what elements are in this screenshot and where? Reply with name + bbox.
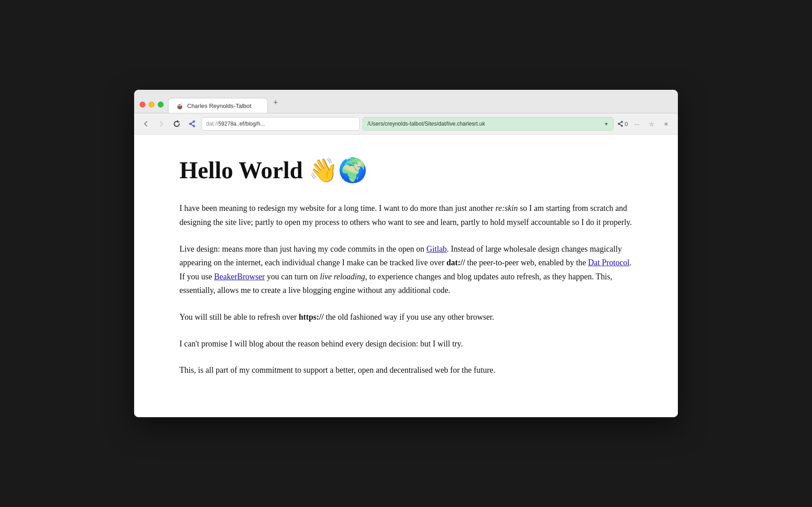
beaker-browser-link[interactable]: BeakerBrowser <box>214 272 265 281</box>
svg-line-9 <box>619 124 621 126</box>
browser-window: 🧉 Charles Reynolds-Talbot + <box>134 90 678 417</box>
tab-favicon: 🧉 <box>176 102 184 109</box>
paragraph-2: Live design: means more than just having… <box>179 242 633 297</box>
traffic-lights <box>140 102 164 113</box>
nav-bar: dat://59278a..ef/blog/h... /Users/creyno… <box>134 113 678 135</box>
forward-button[interactable] <box>155 117 168 130</box>
dat-protocol-link[interactable]: Dat Protocol <box>588 258 630 267</box>
back-button[interactable] <box>140 117 152 130</box>
svg-line-4 <box>191 124 193 126</box>
maximize-button[interactable] <box>158 102 164 107</box>
url-bar[interactable]: dat://59278a..ef/blog/h... <box>201 117 360 131</box>
share-count-button[interactable]: 0 <box>616 117 629 130</box>
paragraph-1: I have been meaning to redesign my websi… <box>179 201 633 229</box>
gitlab-link[interactable]: Gitlab <box>426 244 447 253</box>
dat-path-dropdown-icon[interactable]: ▼ <box>604 122 609 127</box>
svg-line-3 <box>191 122 193 123</box>
share-count-label: 0 <box>624 121 628 127</box>
share-icon[interactable] <box>186 117 198 130</box>
page-content: Hello World 👋🌍 I have been meaning to re… <box>134 135 678 417</box>
new-tab-button[interactable]: + <box>268 94 284 112</box>
nav-right: 0 ··· ☆ ≡ <box>616 117 672 130</box>
dat-path-bar[interactable]: /Users/creynolds-talbot/Sites/dat/live.c… <box>362 117 614 131</box>
more-button[interactable]: ··· <box>631 117 643 130</box>
title-bar: 🧉 Charles Reynolds-Talbot + <box>134 90 678 113</box>
paragraph-4: I can't promise I will blog about the re… <box>179 337 633 351</box>
paragraph-5: This, is all part of my commitment to su… <box>179 363 633 377</box>
active-tab[interactable]: 🧉 Charles Reynolds-Talbot <box>168 98 268 113</box>
url-text: dat://59278a..ef/blog/h... <box>206 121 265 127</box>
tab-title: Charles Reynolds-Talbot <box>187 102 260 109</box>
minimize-button[interactable] <box>149 102 155 107</box>
close-button[interactable] <box>140 102 145 107</box>
page-title: Hello World 👋🌍 <box>179 157 633 183</box>
svg-line-8 <box>619 122 621 124</box>
bookmark-button[interactable]: ☆ <box>645 117 658 130</box>
paragraph-3: You will still be able to refresh over h… <box>179 310 633 324</box>
dat-path-text: /Users/creynolds-talbot/Sites/dat/live.c… <box>367 121 485 127</box>
menu-button[interactable]: ≡ <box>660 117 672 130</box>
reload-button[interactable] <box>170 117 183 130</box>
